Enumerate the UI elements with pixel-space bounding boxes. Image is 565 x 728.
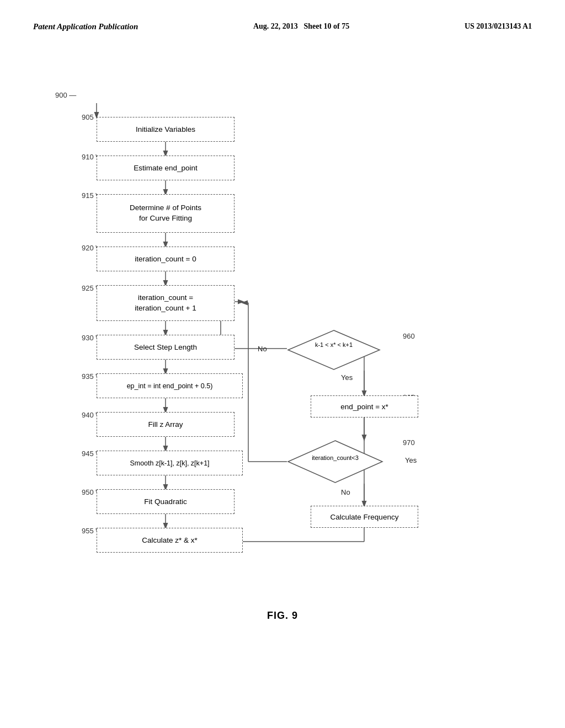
header-right: US 2013/0213143 A1 <box>465 22 532 31</box>
header-left: Patent Application Publication <box>33 22 138 31</box>
box-925: iteration_count =iteration_count + 1 <box>97 285 234 321</box>
box-965: end_point = x* <box>311 395 418 417</box>
box-920: iteration_count = 0 <box>97 247 234 271</box>
label-950: 950 \ <box>82 488 98 496</box>
svg-marker-25 <box>288 441 382 483</box>
label-920: 920 \ <box>82 244 98 252</box>
svg-marker-23 <box>288 330 380 370</box>
box-910: Estimate end_point <box>97 156 234 180</box>
label-970: 970 <box>403 438 415 447</box>
label-930: 930 \ <box>82 334 98 342</box>
box-930: Select Step Length <box>97 335 234 360</box>
label-yes-960: Yes <box>341 373 353 382</box>
fig-caption: FIG. 9 <box>267 610 298 622</box>
label-945: 945 \ <box>82 449 98 458</box>
svg-text:iteration_count<3: iteration_count<3 <box>312 454 359 461</box>
flowchart-arrows <box>0 48 565 655</box>
box-975: Calculate Frequency <box>311 506 418 528</box>
svg-text:k-1 < x* < k+1: k-1 < x* < k+1 <box>315 341 353 348</box>
label-yes-970: Yes <box>405 456 417 464</box>
box-955: Calculate z* & x* <box>97 528 243 553</box>
diamond-970: iteration_count<3 <box>287 440 383 484</box>
box-915: Determine # of Pointsfor Curve Fitting <box>97 194 234 233</box>
label-955: 955 \ <box>82 527 98 535</box>
box-935: ep_int = int end_point + 0.5) <box>97 373 243 398</box>
label-915: 915 \ <box>82 191 98 200</box>
box-905: Initialize Variables <box>97 117 234 142</box>
label-no-970: No <box>341 488 350 496</box>
label-925: 925 \ <box>82 284 98 292</box>
header-center: Aug. 22, 2013 Sheet 10 of 75 <box>253 22 349 31</box>
page-header: Patent Application Publication Aug. 22, … <box>0 0 565 42</box>
diagram-container: 900 — 905 \ Initialize Variables 910 \ E… <box>0 48 565 655</box>
diamond-960: k-1 < x* < k+1 <box>287 329 381 371</box>
label-905: 905 \ <box>82 113 98 121</box>
label-935: 935 \ <box>82 372 98 381</box>
label-900: 900 — <box>55 91 76 99</box>
label-910: 910 \ <box>82 153 98 161</box>
label-960: 960 <box>403 332 415 340</box>
box-945: Smooth z[k-1], z[k], z[k+1] <box>97 451 243 475</box>
label-no-960: No <box>258 345 267 353</box>
box-940: Fill z Array <box>97 412 234 437</box>
label-940: 940 \ <box>82 411 98 419</box>
box-950: Fit Quadratic <box>97 489 234 514</box>
